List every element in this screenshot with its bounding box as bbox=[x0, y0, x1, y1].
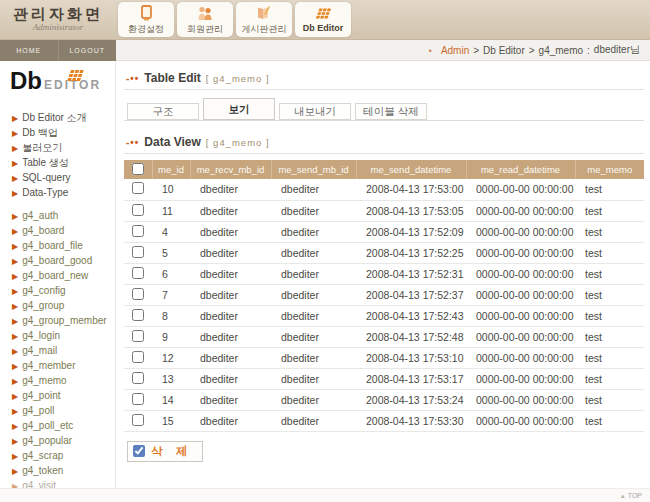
sidebar-item-g4_scrap[interactable]: ▶g4_scrap bbox=[0, 449, 115, 464]
delete-button[interactable]: 삭 제 bbox=[127, 441, 203, 462]
arrow-bullet-icon: ▶ bbox=[12, 452, 18, 461]
arrow-bullet-icon: ▶ bbox=[12, 377, 18, 386]
breadcrumb-admin-link[interactable]: Admin bbox=[441, 45, 469, 56]
nav-tab-boards[interactable]: 게시판관리 bbox=[236, 2, 292, 37]
nav-tab-members[interactable]: 회원관리 bbox=[177, 2, 233, 37]
nav-tab-config[interactable]: 환경설정 bbox=[118, 2, 174, 37]
cell-me_read_datetime: 0000-00-00 00:00:00 bbox=[466, 200, 575, 221]
sidebar-item-g4_board_file[interactable]: ▶g4_board_file bbox=[0, 239, 115, 254]
sidebar-item-data-type[interactable]: ▶Data-Type bbox=[0, 186, 115, 201]
row-checkbox[interactable] bbox=[132, 267, 144, 279]
select-all-checkbox[interactable] bbox=[132, 163, 144, 175]
arrow-bullet-icon: ▶ bbox=[12, 159, 18, 168]
cell-me_send_datetime: 2008-04-13 17:52:09 bbox=[356, 221, 466, 242]
table-edit-button-view[interactable]: 보기 bbox=[203, 98, 275, 120]
row-checkbox[interactable] bbox=[132, 246, 144, 258]
row-checkbox[interactable] bbox=[132, 351, 144, 363]
table-edit-button-export[interactable]: 내보내기 bbox=[279, 103, 351, 120]
breadcrumb-table: g4_memo bbox=[539, 45, 583, 56]
row-checkbox[interactable] bbox=[132, 414, 144, 426]
cell-me_memo: test bbox=[575, 305, 644, 326]
arrow-bullet-icon: ▶ bbox=[12, 347, 18, 356]
cell-me_recv_mb_id: dbediter bbox=[190, 221, 271, 242]
row-checkbox[interactable] bbox=[132, 225, 144, 237]
table-row: 14dbediterdbediter2008-04-13 17:53:24000… bbox=[124, 389, 644, 410]
sidebar-item-label: g4_mail bbox=[22, 345, 57, 356]
sidebar-item-g4_memo[interactable]: ▶g4_memo bbox=[0, 374, 115, 389]
cell-me_send_mb_id: dbediter bbox=[271, 179, 356, 200]
sidebar-item-label: g4_board_file bbox=[22, 240, 83, 251]
book-icon bbox=[236, 4, 292, 22]
home-button[interactable]: HOME bbox=[0, 40, 58, 61]
arrow-bullet-icon: ▶ bbox=[12, 422, 18, 431]
cell-me_send_mb_id: dbediter bbox=[271, 263, 356, 284]
table-edit-table-ref: [ g4_memo ] bbox=[206, 73, 270, 84]
sidebar-item-g4_popular[interactable]: ▶g4_popular bbox=[0, 434, 115, 449]
page-title: 관리자화면 bbox=[0, 6, 116, 22]
arrow-bullet-icon: ▶ bbox=[12, 332, 18, 341]
sidebar-item-g4_board[interactable]: ▶g4_board bbox=[0, 224, 115, 239]
sidebar-item-label: g4_scrap bbox=[22, 450, 63, 461]
sidebar-item-sql-query[interactable]: ▶SQL-query bbox=[0, 171, 115, 186]
cell-me_send_datetime: 2008-04-13 17:52:25 bbox=[356, 242, 466, 263]
sidebar-item-label: g4_member bbox=[22, 360, 75, 371]
table-edit-button-structure[interactable]: 구조 bbox=[127, 103, 199, 120]
sidebar-item-g4_auth[interactable]: ▶g4_auth bbox=[0, 209, 115, 224]
sidebar-item-g4_board_new[interactable]: ▶g4_board_new bbox=[0, 269, 115, 284]
cell-me_recv_mb_id: dbediter bbox=[190, 263, 271, 284]
cell-me_read_datetime: 0000-00-00 00:00:00 bbox=[466, 326, 575, 347]
table-edit-button-drop[interactable]: 테이블 삭제 bbox=[355, 103, 427, 120]
sidebar-item-g4_poll_etc[interactable]: ▶g4_poll_etc bbox=[0, 419, 115, 434]
sidebar-item-g4_config[interactable]: ▶g4_config bbox=[0, 284, 115, 299]
table-row: 9dbediterdbediter2008-04-13 17:52:480000… bbox=[124, 326, 644, 347]
sidebar-item-g4_member[interactable]: ▶g4_member bbox=[0, 359, 115, 374]
sidebar-item-table-create[interactable]: ▶Table 생성 bbox=[0, 156, 115, 171]
sidebar-item-g4_mail[interactable]: ▶g4_mail bbox=[0, 344, 115, 359]
top-nav: 환경설정회원관리게시판관리Db Editor bbox=[116, 0, 351, 39]
sidebar-item-g4_group[interactable]: ▶g4_group bbox=[0, 299, 115, 314]
sidebar-item-g4_board_good[interactable]: ▶g4_board_good bbox=[0, 254, 115, 269]
sidebar-item-db-restore[interactable]: ▶불러오기 bbox=[0, 141, 115, 156]
nav-tab-db-editor[interactable]: Db Editor bbox=[295, 2, 351, 37]
arrow-bullet-icon: ▶ bbox=[12, 392, 18, 401]
top-header: 관리자화면 Administrator 환경설정회원관리게시판관리Db Edit… bbox=[0, 0, 650, 40]
sidebar-item-label: g4_board_good bbox=[22, 255, 92, 266]
sidebar-item-g4_point[interactable]: ▶g4_point bbox=[0, 389, 115, 404]
row-checkbox[interactable] bbox=[132, 182, 144, 194]
cell-me_memo: test bbox=[575, 347, 644, 368]
logo-db-text: Db bbox=[10, 67, 42, 94]
row-checkbox[interactable] bbox=[132, 309, 144, 321]
cell-me_read_datetime: 0000-00-00 00:00:00 bbox=[466, 242, 575, 263]
sidebar-item-g4_token[interactable]: ▶g4_token bbox=[0, 464, 115, 479]
delete-checkbox[interactable] bbox=[133, 445, 145, 457]
sidebar-item-g4_group_member[interactable]: ▶g4_group_member bbox=[0, 314, 115, 329]
row-checkbox[interactable] bbox=[132, 393, 144, 405]
cell-me_read_datetime: 0000-00-00 00:00:00 bbox=[466, 284, 575, 305]
nav-tab-label: 게시판관리 bbox=[236, 23, 292, 36]
cell-me_recv_mb_id: dbediter bbox=[190, 389, 271, 410]
top-link[interactable]: TOP bbox=[628, 492, 642, 499]
sidebar-item-g4_login[interactable]: ▶g4_login bbox=[0, 329, 115, 344]
sidebar-item-label: g4_poll_etc bbox=[22, 420, 73, 431]
cell-me_memo: test bbox=[575, 326, 644, 347]
sidebar-item-db-backup[interactable]: ▶Db 백업 bbox=[0, 126, 115, 141]
row-checkbox[interactable] bbox=[132, 204, 144, 216]
row-checkbox[interactable] bbox=[132, 288, 144, 300]
row-checkbox[interactable] bbox=[132, 372, 144, 384]
sidebar-item-g4_poll[interactable]: ▶g4_poll bbox=[0, 404, 115, 419]
logout-button[interactable]: LOGOUT bbox=[58, 40, 117, 61]
sidebar-item-db-editor-intro[interactable]: ▶Db Editor 소개 bbox=[0, 111, 115, 126]
cell-me_memo: test bbox=[575, 410, 644, 431]
row-checkbox[interactable] bbox=[132, 330, 144, 342]
section-bullet-icon: -•• bbox=[126, 73, 139, 84]
row-checkbox-cell bbox=[124, 221, 152, 242]
monitor-icon bbox=[118, 4, 174, 22]
sidebar-item-label: g4_poll bbox=[22, 405, 54, 416]
cell-me_read_datetime: 0000-00-00 00:00:00 bbox=[466, 221, 575, 242]
cell-me_send_datetime: 2008-04-13 17:52:37 bbox=[356, 284, 466, 305]
arrow-bullet-icon: ▶ bbox=[12, 242, 18, 251]
breadcrumb-app[interactable]: Db Editor bbox=[483, 45, 525, 56]
cell-me_id: 12 bbox=[152, 347, 190, 368]
arrow-bullet-icon: ▶ bbox=[12, 144, 18, 153]
sidebar-item-label: g4_board bbox=[22, 225, 64, 236]
